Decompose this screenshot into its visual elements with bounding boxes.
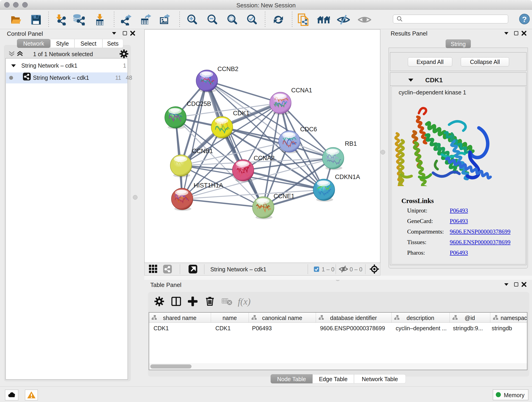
svg-text:CCNA1: CCNA1 xyxy=(291,87,312,94)
svg-text:RB1: RB1 xyxy=(345,140,357,147)
svg-text:CDKN1A: CDKN1A xyxy=(335,173,360,180)
svg-text:CDK1: CDK1 xyxy=(233,110,249,117)
svg-text:CDC6: CDC6 xyxy=(300,126,317,133)
svg-text:CDC25B: CDC25B xyxy=(187,100,211,107)
svg-text:CCNA2: CCNA2 xyxy=(254,155,275,162)
svg-text:HIST1H1A: HIST1H1A xyxy=(194,182,223,189)
svg-text:CCNB1: CCNB1 xyxy=(192,148,213,154)
svg-text:CCNE1: CCNE1 xyxy=(273,193,295,200)
svg-text:CCNB2: CCNB2 xyxy=(217,65,239,72)
